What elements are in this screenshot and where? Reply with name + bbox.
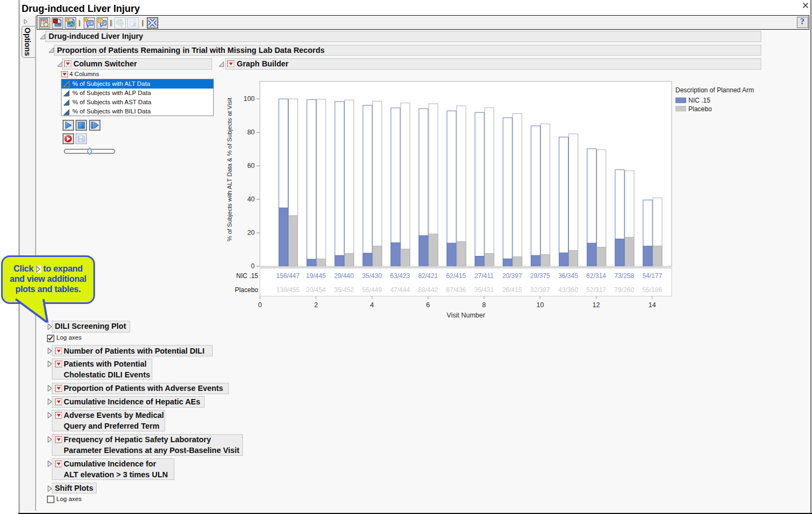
svg-text:29/375: 29/375 [530, 272, 550, 280]
svg-text:Placebo: Placebo [235, 286, 259, 294]
svg-text:12: 12 [592, 301, 600, 309]
svg-text:2: 2 [314, 301, 318, 309]
svg-text:67/436: 67/436 [446, 286, 466, 294]
svg-text:54/177: 54/177 [642, 272, 662, 280]
svg-text:20/454: 20/454 [306, 286, 326, 294]
svg-text:6: 6 [426, 301, 430, 309]
svg-text:60: 60 [247, 162, 255, 170]
svg-text:138/455: 138/455 [276, 286, 300, 294]
svg-text:0: 0 [251, 262, 255, 270]
svg-text:NIC .15: NIC .15 [236, 272, 259, 280]
svg-text:82/421: 82/421 [418, 272, 438, 280]
svg-text:55/186: 55/186 [642, 286, 662, 294]
svg-text:79/260: 79/260 [614, 286, 634, 294]
svg-text:NIC .15: NIC .15 [688, 97, 710, 104]
svg-text:Visit Number: Visit Number [446, 312, 485, 319]
svg-text:35/452: 35/452 [334, 286, 354, 294]
svg-text:29/440: 29/440 [334, 272, 354, 280]
svg-text:20/397: 20/397 [502, 272, 522, 280]
svg-text:35/431: 35/431 [474, 286, 494, 294]
svg-text:4: 4 [370, 301, 374, 309]
svg-text:% of Subjects with ALT Data &: % of Subjects with ALT Data & % of Subje… [226, 97, 233, 241]
svg-text:80: 80 [247, 128, 255, 136]
svg-text:63/423: 63/423 [390, 272, 410, 280]
svg-text:8: 8 [482, 301, 486, 309]
svg-text:100: 100 [243, 95, 255, 103]
svg-text:156/447: 156/447 [276, 272, 300, 280]
svg-text:52/317: 52/317 [586, 286, 606, 294]
svg-text:40: 40 [247, 195, 255, 203]
svg-text:27/411: 27/411 [475, 272, 494, 280]
svg-text:32/387: 32/387 [530, 286, 550, 294]
svg-text:88/442: 88/442 [418, 286, 438, 294]
svg-text:73/258: 73/258 [614, 272, 634, 280]
svg-text:43/360: 43/360 [558, 286, 578, 294]
svg-text:0: 0 [258, 301, 262, 309]
svg-text:36/345: 36/345 [558, 272, 578, 280]
svg-text:19/445: 19/445 [306, 272, 326, 280]
svg-text:20: 20 [247, 229, 255, 236]
svg-text:55/449: 55/449 [362, 286, 382, 294]
svg-text:35/430: 35/430 [362, 272, 382, 280]
svg-text:Description of Planned Arm: Description of Planned Arm [675, 86, 754, 94]
svg-text:10: 10 [536, 301, 544, 309]
svg-text:62/415: 62/415 [446, 272, 466, 280]
svg-text:Placebo: Placebo [688, 105, 712, 113]
svg-text:14: 14 [648, 301, 656, 309]
svg-text:26/415: 26/415 [502, 286, 522, 294]
svg-text:62/314: 62/314 [586, 272, 606, 280]
svg-text:47/444: 47/444 [390, 286, 410, 294]
